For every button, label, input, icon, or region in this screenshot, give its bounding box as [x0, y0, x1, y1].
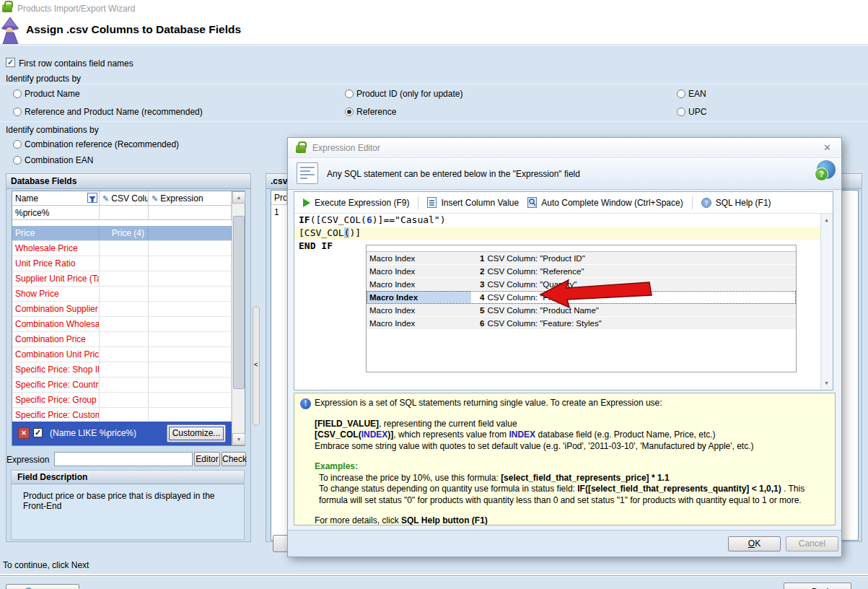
- csv-first-cell[interactable]: 1: [271, 205, 287, 219]
- filter-funnel-icon[interactable]: [87, 193, 97, 203]
- db-row-csv[interactable]: [100, 378, 149, 392]
- table-row[interactable]: Specific Price: Customer: [12, 408, 245, 423]
- radio-product-id[interactable]: [345, 90, 354, 98]
- db-row-expression[interactable]: [149, 271, 232, 286]
- remove-filter-button[interactable]: ✕: [18, 427, 30, 439]
- scroll-up-button[interactable]: ▲: [821, 215, 832, 225]
- db-row-name[interactable]: Combination Price: [12, 332, 100, 346]
- autocomplete-macro[interactable]: Macro Index: [367, 265, 471, 277]
- scrollbar-thumb[interactable]: [233, 216, 245, 389]
- db-row-csv[interactable]: [100, 302, 149, 316]
- db-row-csv[interactable]: [100, 393, 149, 407]
- ok-button[interactable]: OK: [728, 536, 781, 551]
- help-button[interactable]: Help: [6, 584, 79, 589]
- radio-combination-ean[interactable]: [13, 156, 22, 165]
- scroll-down-button[interactable]: ▼: [232, 433, 245, 445]
- db-row-csv[interactable]: [100, 256, 149, 271]
- table-row[interactable]: Combination Price: [12, 332, 245, 347]
- db-row-expression[interactable]: [149, 408, 232, 422]
- back-button[interactable]: < Back: [784, 583, 851, 589]
- db-row-name[interactable]: Supplier Unit Price (Tax: [12, 271, 100, 286]
- table-row[interactable]: Specific Price: Shop ID: [12, 362, 245, 378]
- panel-splitter[interactable]: <: [253, 306, 260, 426]
- db-row-expression[interactable]: [149, 362, 232, 377]
- db-row-csv[interactable]: [100, 271, 149, 286]
- autocomplete-macro[interactable]: Macro Index: [367, 252, 471, 264]
- db-row-expression[interactable]: [149, 378, 232, 392]
- scroll-down-button[interactable]: ▼: [821, 378, 832, 388]
- check-button[interactable]: Check: [222, 452, 246, 466]
- autocomplete-macro[interactable]: Macro Index: [367, 291, 471, 303]
- autocomplete-macro[interactable]: Macro Index: [367, 278, 471, 290]
- db-filter-row[interactable]: %price%: [12, 206, 245, 220]
- expression-input[interactable]: [54, 452, 193, 466]
- db-row-expression[interactable]: [149, 347, 232, 362]
- insert-column-value-button[interactable]: Insert Column Value: [427, 197, 519, 208]
- close-icon[interactable]: ✕: [823, 142, 831, 153]
- db-row-csv[interactable]: Price (4): [100, 226, 149, 240]
- filter-enabled-checkbox[interactable]: ✓: [33, 428, 43, 437]
- radio-upc[interactable]: [677, 108, 685, 116]
- auto-complete-button[interactable]: Auto Complete Window (Ctrl+Space): [527, 197, 683, 208]
- db-row-name[interactable]: Unit Price Ratio: [12, 256, 100, 271]
- help-globe-icon[interactable]: [817, 160, 836, 179]
- table-row[interactable]: Unit Price Ratio: [12, 256, 245, 271]
- table-row[interactable]: Supplier Unit Price (Tax: [12, 271, 245, 287]
- db-filter-csv[interactable]: [100, 206, 149, 219]
- autocomplete-macro[interactable]: Macro Index: [367, 304, 471, 316]
- db-row-name[interactable]: Specific Price: Country I: [12, 378, 100, 392]
- radio-ref-and-name[interactable]: [13, 108, 22, 116]
- table-row[interactable]: Specific Price: Group ID: [12, 393, 245, 408]
- db-row-csv[interactable]: [100, 317, 149, 331]
- autocomplete-desc[interactable]: 6CSV Column: "Feature: Styles": [471, 317, 796, 329]
- db-row-name[interactable]: Price: [12, 226, 100, 240]
- db-row-expression[interactable]: [149, 287, 232, 301]
- db-row-csv[interactable]: [100, 347, 149, 362]
- db-row-name[interactable]: Combination Wholesale: [12, 317, 100, 331]
- table-row[interactable]: Combination Unit Price I: [12, 347, 245, 362]
- db-filter-name[interactable]: %price%: [12, 206, 100, 219]
- table-row[interactable]: Specific Price: Country I: [12, 378, 245, 393]
- code-line-1[interactable]: IF([CSV_COL(6)]=="Casual"): [294, 214, 833, 227]
- db-row-name[interactable]: Specific Price: Group ID: [12, 393, 100, 407]
- autocomplete-desc[interactable]: 1CSV Column: "Product ID": [471, 252, 796, 264]
- db-row-name[interactable]: Specific Price: Customer: [12, 408, 100, 422]
- db-row-csv[interactable]: [100, 241, 149, 256]
- first-row-checkbox[interactable]: ✓: [6, 58, 15, 67]
- db-table-scrollbar[interactable]: ▲ ▼: [232, 191, 245, 445]
- autocomplete-row[interactable]: Macro Index 1CSV Column: "Product ID": [367, 252, 796, 265]
- table-row[interactable]: Wholesale Price: [12, 241, 245, 256]
- scroll-up-button[interactable]: ▲: [232, 191, 245, 204]
- customize-button[interactable]: Customize...: [167, 424, 226, 442]
- db-row-name[interactable]: Combination Supplier Ur: [12, 302, 100, 316]
- autocomplete-row[interactable]: Macro Index 6CSV Column: "Feature: Style…: [367, 317, 796, 330]
- radio-ean[interactable]: [677, 90, 685, 98]
- table-row[interactable]: Combination Supplier Ur: [12, 302, 245, 317]
- sql-help-button[interactable]: ? SQL Help (F1): [701, 198, 771, 208]
- code-line-2[interactable]: [CSV_COL()]: [294, 227, 820, 240]
- db-row-expression[interactable]: [149, 332, 232, 346]
- db-row-name[interactable]: Combination Unit Price I: [12, 347, 100, 362]
- db-row-expression[interactable]: [149, 226, 232, 240]
- radio-reference[interactable]: [345, 108, 354, 116]
- table-row[interactable]: Show Price: [12, 287, 245, 302]
- cancel-button[interactable]: Cancel: [786, 536, 838, 551]
- db-col-expression[interactable]: ✎Expression: [149, 191, 232, 205]
- db-row-expression[interactable]: [149, 317, 232, 331]
- collapse-icon[interactable]: <: [254, 361, 258, 368]
- db-col-name[interactable]: Name: [12, 191, 100, 205]
- database-fields-table[interactable]: Name ✎CSV Colu ✎Expression %price% Price…: [12, 191, 245, 446]
- db-table-header[interactable]: Name ✎CSV Colu ✎Expression: [12, 191, 245, 206]
- db-row-name[interactable]: Wholesale Price: [12, 241, 100, 256]
- table-row[interactable]: Price Price (4): [12, 226, 245, 241]
- db-row-csv[interactable]: [100, 332, 149, 346]
- db-row-expression[interactable]: [149, 302, 232, 316]
- execute-expression-button[interactable]: Execute Expression (F9): [303, 198, 409, 208]
- editor-button[interactable]: Editor: [194, 452, 220, 466]
- db-row-csv[interactable]: [100, 408, 149, 422]
- db-row-csv[interactable]: [100, 362, 149, 377]
- radio-combination-reference[interactable]: [13, 140, 22, 149]
- db-row-expression[interactable]: [149, 393, 232, 407]
- db-row-name[interactable]: Show Price: [12, 287, 100, 301]
- autocomplete-macro[interactable]: Macro Index: [367, 317, 471, 329]
